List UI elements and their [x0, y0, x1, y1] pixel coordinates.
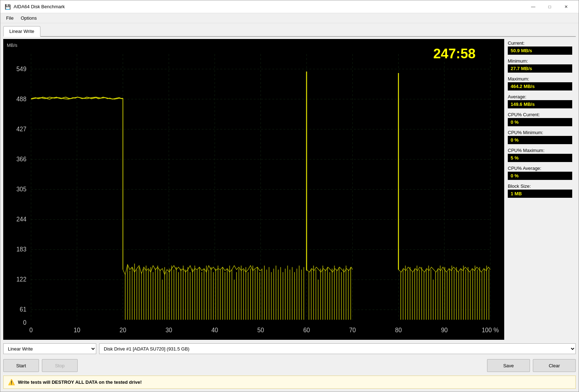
svg-text:549: 549 [16, 65, 26, 73]
stat-average-value: 149.6 MB/s [508, 100, 572, 108]
app-icon: 💾 [5, 4, 11, 10]
stat-cpu-minimum: CPU% Minimum: 0 % [508, 130, 576, 144]
stat-cpu-current-value: 0 % [508, 118, 572, 126]
svg-text:60: 60 [303, 326, 310, 334]
stat-block-size: Block Size: 1 MB [508, 183, 576, 198]
window-title: AIDA64 Disk Benchmark [14, 4, 65, 9]
menu-options[interactable]: Options [18, 15, 40, 21]
menu-bar: File Options [0, 13, 579, 23]
save-button[interactable]: Save [487, 359, 530, 372]
stat-block-size-value: 1 MB [508, 190, 572, 198]
close-button[interactable]: ✕ [558, 1, 574, 13]
svg-text:61: 61 [20, 306, 26, 313]
main-area: MB/s 247:58 [3, 39, 576, 340]
content-area: Linear Write MB/s 247:58 [0, 23, 579, 392]
svg-text:70: 70 [349, 326, 356, 334]
svg-text:183: 183 [16, 246, 26, 253]
title-bar-left: 💾 AIDA64 Disk Benchmark [5, 4, 65, 10]
svg-text:80: 80 [395, 326, 402, 334]
stat-cpu-minimum-value: 0 % [508, 136, 572, 144]
warning-text: Write tests will DESTROY ALL DATA on the… [18, 379, 142, 385]
svg-text:100 %: 100 % [482, 326, 499, 334]
svg-text:488: 488 [16, 95, 26, 103]
svg-text:0: 0 [29, 326, 33, 334]
clear-button[interactable]: Clear [533, 359, 576, 372]
stat-cpu-maximum: CPU% Maximum: 5 % [508, 148, 576, 162]
svg-text:244: 244 [16, 216, 26, 223]
chart-timer: 247:58 [433, 46, 476, 62]
test-type-dropdown[interactable]: Linear Write [3, 343, 96, 354]
stat-cpu-minimum-label: CPU% Minimum: [508, 130, 576, 135]
bottom-controls: Linear Write Disk Drive #1 [ADATA SU720]… [3, 342, 576, 356]
tab-linear-write[interactable]: Linear Write [3, 26, 40, 37]
stat-average: Average: 149.6 MB/s [508, 94, 576, 108]
main-window: 💾 AIDA64 Disk Benchmark — □ ✕ File Optio… [0, 0, 579, 392]
window-controls: — □ ✕ [525, 1, 574, 13]
svg-text:366: 366 [16, 155, 26, 163]
svg-text:50: 50 [257, 326, 264, 334]
stat-minimum-value: 27.7 MB/s [508, 64, 572, 73]
stat-average-label: Average: [508, 94, 576, 99]
svg-text:10: 10 [74, 326, 81, 334]
chart-svg: 549 488 427 366 305 244 183 122 61 0 0 1… [3, 39, 504, 340]
stat-cpu-current: CPU% Current: 0 % [508, 112, 576, 126]
stat-maximum-value: 464.2 MB/s [508, 82, 572, 90]
stop-button[interactable]: Stop [42, 359, 78, 372]
stat-maximum: Maximum: 464.2 MB/s [508, 76, 576, 90]
drive-dropdown[interactable]: Disk Drive #1 [ADATA SU720] (931.5 GB) [99, 343, 576, 354]
title-bar: 💾 AIDA64 Disk Benchmark — □ ✕ [0, 0, 579, 13]
tab-bar: Linear Write [3, 26, 576, 37]
chart-area: MB/s 247:58 [3, 39, 504, 340]
warning-icon: ⚠️ [8, 379, 15, 386]
minimize-button[interactable]: — [525, 1, 541, 13]
svg-text:90: 90 [441, 326, 448, 334]
menu-file[interactable]: File [3, 15, 16, 21]
stat-current: Current: 50.9 MB/s [508, 40, 576, 55]
warning-bar: ⚠️ Write tests will DESTROY ALL DATA on … [3, 376, 576, 389]
svg-text:20: 20 [120, 326, 126, 334]
stat-cpu-current-label: CPU% Current: [508, 112, 576, 117]
svg-text:30: 30 [165, 326, 172, 334]
start-button[interactable]: Start [3, 359, 39, 372]
stat-block-size-label: Block Size: [508, 183, 576, 189]
stats-sidebar: Current: 50.9 MB/s Minimum: 27.7 MB/s Ma… [508, 39, 576, 340]
svg-text:0: 0 [23, 319, 26, 326]
stat-current-value: 50.9 MB/s [508, 46, 572, 55]
svg-text:122: 122 [16, 276, 26, 283]
stat-minimum-label: Minimum: [508, 58, 576, 64]
stat-cpu-average-value: 0 % [508, 172, 572, 180]
stat-current-label: Current: [508, 40, 576, 46]
stat-cpu-average-label: CPU% Average: [508, 166, 576, 171]
stat-minimum: Minimum: 27.7 MB/s [508, 58, 576, 73]
stat-cpu-maximum-value: 5 % [508, 154, 572, 162]
stat-maximum-label: Maximum: [508, 76, 576, 82]
svg-text:427: 427 [16, 125, 26, 133]
chart-ylabel: MB/s [7, 43, 18, 48]
stat-cpu-average: CPU% Average: 0 % [508, 166, 576, 180]
svg-text:305: 305 [16, 185, 26, 193]
stat-cpu-maximum-label: CPU% Maximum: [508, 148, 576, 153]
svg-text:40: 40 [211, 326, 218, 334]
maximize-button[interactable]: □ [541, 1, 558, 13]
